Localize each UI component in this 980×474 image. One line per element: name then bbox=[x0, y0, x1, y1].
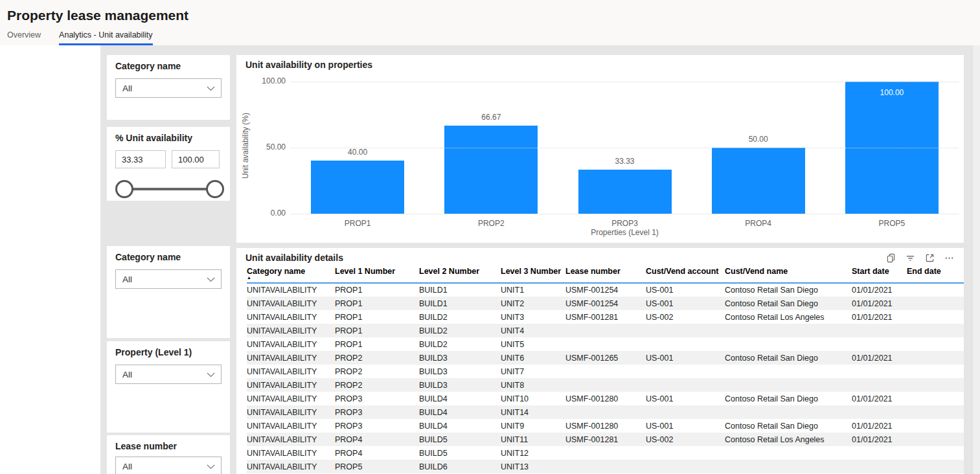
table-row[interactable]: UNITAVAILABILITYPROP1BUILD1UNIT1USMF-001… bbox=[247, 283, 964, 297]
table-cell: UNIT5 bbox=[501, 337, 565, 351]
table-cell: BUILD1 bbox=[419, 283, 501, 297]
table-cell bbox=[725, 405, 852, 419]
column-header-start-date[interactable]: Start date bbox=[852, 264, 907, 283]
table-cell: BUILD3 bbox=[419, 365, 501, 378]
table-header-row: Category name▲Level 1 NumberLevel 2 Numb… bbox=[247, 264, 964, 283]
filter-card-lease-number: Lease number All bbox=[107, 435, 230, 474]
range-slider[interactable] bbox=[115, 179, 224, 199]
visual-header-toolbar bbox=[885, 253, 955, 264]
table-cell: Contoso Retail San Diego bbox=[725, 351, 852, 365]
table-cell bbox=[565, 378, 646, 392]
table-cell: UNIT10 bbox=[501, 392, 565, 405]
table-cell: UNIT9 bbox=[501, 419, 565, 433]
table-row[interactable]: UNITAVAILABILITYPROP2BUILD3UNIT6USMF-001… bbox=[247, 351, 964, 365]
table-cell: UNITAVAILABILITY bbox=[247, 351, 335, 365]
table-row[interactable]: UNITAVAILABILITYPROP4BUILD5UNIT11USMF-00… bbox=[247, 433, 964, 446]
dropdown-selected-value: All bbox=[122, 84, 132, 93]
column-header-level-3-number[interactable]: Level 3 Number bbox=[501, 264, 565, 283]
filter-title: Category name bbox=[115, 252, 181, 262]
table-cell: Contoso Retail San Diego bbox=[725, 297, 852, 310]
bar-prop4[interactable] bbox=[712, 148, 805, 214]
filter-icon[interactable] bbox=[905, 253, 916, 264]
column-header-end-date[interactable]: End date bbox=[907, 264, 964, 283]
lease-number-dropdown[interactable]: All bbox=[115, 457, 222, 474]
chevron-down-icon bbox=[207, 277, 215, 282]
category-name-dropdown-2[interactable]: All bbox=[115, 269, 222, 289]
table-cell bbox=[907, 446, 964, 460]
table-cell bbox=[725, 378, 852, 392]
table-cell: UNITAVAILABILITY bbox=[247, 433, 335, 446]
table-row[interactable]: UNITAVAILABILITYPROP3BUILD4UNIT14 bbox=[247, 405, 964, 419]
table-cell: 01/01/2021 bbox=[852, 310, 907, 324]
range-min-input[interactable] bbox=[115, 150, 166, 168]
table-cell: PROP2 bbox=[335, 378, 419, 392]
column-header-category-name[interactable]: Category name▲ bbox=[247, 264, 335, 283]
category-label: PROP1 bbox=[291, 219, 424, 228]
table-cell: UNIT4 bbox=[501, 324, 565, 337]
table-row[interactable]: UNITAVAILABILITYPROP1BUILD2UNIT3USMF-001… bbox=[247, 310, 964, 324]
table-cell: Contoso Retail Los Angeles bbox=[725, 310, 852, 324]
property-level1-dropdown[interactable]: All bbox=[115, 365, 222, 384]
column-header-level-1-number[interactable]: Level 1 Number bbox=[335, 264, 419, 283]
table-cell: UNITAVAILABILITY bbox=[247, 378, 335, 392]
table-cell bbox=[907, 337, 964, 351]
tab-overview[interactable]: Overview bbox=[7, 30, 41, 45]
table-cell: UNIT6 bbox=[501, 351, 565, 365]
table-cell: 01/01/2021 bbox=[852, 392, 907, 405]
table-row[interactable]: UNITAVAILABILITYPROP4BUILD5UNIT12 bbox=[247, 446, 964, 460]
category-label: PROP4 bbox=[692, 219, 825, 228]
table-row[interactable]: UNITAVAILABILITYPROP5BUILD6UNIT13 bbox=[247, 460, 964, 473]
filter-title: Lease number bbox=[115, 441, 177, 451]
focus-mode-icon[interactable] bbox=[924, 253, 935, 264]
table-cell: US-001 bbox=[646, 297, 725, 310]
x-axis-title: Properties (Level 1) bbox=[291, 228, 959, 237]
filter-title: Property (Level 1) bbox=[115, 347, 192, 357]
column-header-cust-vend-name[interactable]: Cust/Vend name bbox=[725, 264, 852, 283]
table-cell bbox=[646, 337, 725, 351]
column-header-lease-number[interactable]: Lease number bbox=[565, 264, 646, 283]
table-cell: Contoso Retail Los Angeles bbox=[725, 433, 852, 446]
filter-title: Category name bbox=[115, 61, 181, 71]
dropdown-selected-value: All bbox=[122, 462, 132, 471]
table-row[interactable]: UNITAVAILABILITYPROP2BUILD3UNIT8 bbox=[247, 378, 964, 392]
column-header-level-2-number[interactable]: Level 2 Number bbox=[419, 264, 501, 283]
table-row[interactable]: UNITAVAILABILITYPROP1BUILD1UNIT2USMF-001… bbox=[247, 297, 964, 310]
table-cell: USMF-001254 bbox=[565, 297, 646, 310]
filter-card-category-name-1: Category name All bbox=[107, 55, 230, 120]
table-row[interactable]: UNITAVAILABILITYPROP1BUILD2UNIT5 bbox=[247, 337, 964, 351]
copy-icon[interactable] bbox=[885, 253, 896, 264]
y-tick-label: 100.00 bbox=[251, 76, 286, 85]
table-cell: UNITAVAILABILITY bbox=[247, 365, 335, 378]
bar-prop3[interactable] bbox=[578, 170, 672, 214]
vertical-scrollbar[interactable] bbox=[972, 45, 980, 474]
table-cell: UNIT2 bbox=[501, 297, 565, 310]
table-cell: BUILD1 bbox=[419, 297, 501, 310]
range-max-input[interactable] bbox=[172, 150, 220, 168]
table-cell bbox=[565, 337, 646, 351]
tab-analytics-unit-availability[interactable]: Analytics - Unit availability bbox=[59, 30, 153, 45]
table-cell: 01/01/2021 bbox=[852, 351, 907, 365]
table-row[interactable]: UNITAVAILABILITYPROP3BUILD4UNIT9USMF-001… bbox=[247, 419, 964, 433]
table-cell bbox=[907, 310, 964, 324]
table-row[interactable]: UNITAVAILABILITYPROP2BUILD3UNIT7 bbox=[247, 365, 964, 378]
gridline bbox=[291, 214, 959, 214]
table-cell bbox=[852, 337, 907, 351]
table-cell bbox=[725, 337, 852, 351]
range-inputs bbox=[115, 150, 224, 168]
table-cell: US-001 bbox=[646, 392, 725, 405]
table-cell: 01/01/2021 bbox=[852, 297, 907, 310]
column-header-cust-vend-account[interactable]: Cust/Vend account bbox=[646, 264, 725, 283]
slider-handle-min[interactable] bbox=[115, 180, 133, 198]
more-options-icon[interactable] bbox=[944, 253, 955, 264]
bar-prop2[interactable] bbox=[444, 126, 538, 214]
category-name-dropdown-1[interactable]: All bbox=[115, 78, 222, 98]
table-row[interactable]: UNITAVAILABILITYPROP3BUILD4UNIT10USMF-00… bbox=[247, 392, 964, 405]
table-cell bbox=[907, 365, 964, 378]
table-cell: BUILD6 bbox=[419, 460, 501, 473]
slider-handle-max[interactable] bbox=[206, 180, 224, 198]
bar-prop1[interactable] bbox=[311, 161, 404, 214]
bar-data-label: 40.00 bbox=[291, 148, 424, 157]
table-cell: Contoso Retail San Diego bbox=[725, 283, 852, 297]
table-cell: UNITAVAILABILITY bbox=[247, 446, 335, 460]
table-row[interactable]: UNITAVAILABILITYPROP1BUILD2UNIT4 bbox=[247, 324, 964, 337]
